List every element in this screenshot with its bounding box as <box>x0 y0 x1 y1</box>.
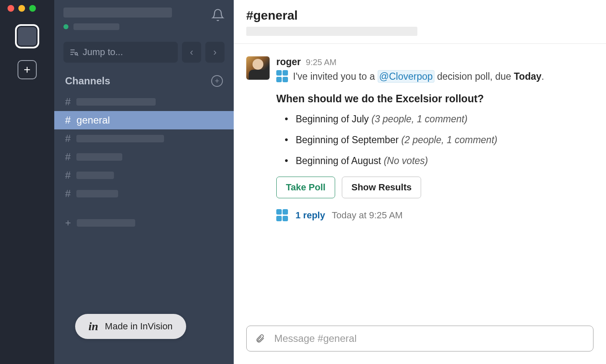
add-dm-row[interactable]: + <box>54 214 234 232</box>
channel-item[interactable]: # <box>54 93 234 111</box>
poll-option-meta: (3 people, 1 comment) <box>371 114 467 124</box>
channels-heading: Channels <box>65 75 110 87</box>
channel-name-placeholder <box>76 190 118 197</box>
close-window-button[interactable] <box>8 5 14 12</box>
workspace-rail: + <box>0 0 54 364</box>
thread-summary[interactable]: 1 reply Today at 9:25 AM <box>276 209 593 222</box>
avatar[interactable] <box>246 56 270 80</box>
poll-option: Beginning of July (3 people, 1 comment) <box>285 113 593 125</box>
channel-item[interactable]: # <box>54 185 234 203</box>
message-composer[interactable]: Message #general <box>246 326 593 351</box>
poll-option-label: Beginning of September <box>295 134 399 145</box>
invision-badge-text: Made in InVision <box>105 321 172 332</box>
jump-to-placeholder: Jump to... <box>83 47 123 58</box>
channel-label: general <box>76 114 110 126</box>
svg-point-3 <box>75 53 78 55</box>
add-workspace-button[interactable]: + <box>18 60 37 79</box>
invision-badge[interactable]: in Made in InVision <box>75 314 186 339</box>
hash-icon: # <box>65 151 71 163</box>
channel-name-placeholder <box>76 98 156 106</box>
message-list: roger 9:25 AM I've invited you to a @Clo… <box>234 44 606 317</box>
maximize-window-button[interactable] <box>29 5 36 12</box>
channel-title: #general <box>246 8 593 23</box>
sidebar: Jump to... ‹ › Channels + # # general # <box>54 0 234 364</box>
composer-placeholder: Message #general <box>274 333 356 344</box>
invision-logo-icon: in <box>88 320 98 333</box>
window-controls <box>8 5 36 12</box>
workspace-name-placeholder <box>63 8 172 18</box>
paperclip-icon[interactable] <box>255 333 265 344</box>
thread-reply-time: Today at 9:25 AM <box>332 210 403 221</box>
minimize-window-button[interactable] <box>18 5 25 12</box>
search-list-icon <box>69 48 78 57</box>
invite-text-mid: decision poll, due <box>437 71 511 82</box>
user-name-placeholder <box>73 23 119 30</box>
add-channel-button[interactable]: + <box>211 75 223 87</box>
channel-name-placeholder <box>76 153 122 161</box>
dm-placeholder <box>77 219 135 227</box>
workspace-icon[interactable] <box>15 24 39 48</box>
poll-option: Beginning of September (2 people, 1 comm… <box>285 134 593 146</box>
jump-to-search[interactable]: Jump to... <box>63 42 178 63</box>
channel-item[interactable]: # <box>54 148 234 166</box>
chevron-left-icon: ‹ <box>190 46 193 58</box>
channel-name-placeholder <box>76 135 164 142</box>
invite-text-prefix: I've invited you to a <box>293 71 375 82</box>
invite-suffix: . <box>541 71 544 82</box>
poll-question: When should we do the Excelsior rollout? <box>276 93 593 105</box>
invite-due: Today <box>514 71 541 82</box>
bell-icon[interactable] <box>211 8 225 23</box>
message-username[interactable]: roger <box>276 56 301 68</box>
plus-icon: + <box>215 77 220 86</box>
plus-icon: + <box>65 217 71 229</box>
main-pane: #general roger 9:25 AM I've invi <box>234 0 606 364</box>
hash-icon: # <box>65 169 71 181</box>
poll-options: Beginning of July (3 people, 1 comment) … <box>276 113 593 167</box>
mention-cloverpop[interactable]: @Cloverpop <box>378 70 434 83</box>
nav-forward-button[interactable]: › <box>205 42 225 63</box>
channel-name-placeholder <box>76 172 114 179</box>
message: roger 9:25 AM I've invited you to a @Clo… <box>246 56 593 222</box>
hash-icon: # <box>65 96 71 108</box>
cloverpop-icon <box>276 70 289 83</box>
plus-icon: + <box>24 63 30 76</box>
poll-option-meta: (2 people, 1 comment) <box>401 134 497 145</box>
poll-option-label: Beginning of August <box>295 155 381 166</box>
presence-indicator <box>63 24 68 29</box>
chevron-right-icon: › <box>213 46 217 58</box>
hash-icon: # <box>65 114 71 126</box>
poll-option-meta: (No votes) <box>384 155 428 166</box>
hash-icon: # <box>65 188 71 200</box>
channel-item[interactable]: # <box>54 129 234 148</box>
app-window: + Jump to... ‹ › <box>0 0 606 364</box>
svg-line-4 <box>77 55 78 56</box>
thread-reply-count[interactable]: 1 reply <box>295 210 325 221</box>
poll-option-label: Beginning of July <box>295 114 369 124</box>
channel-item-general[interactable]: # general <box>54 111 234 129</box>
channel-header: #general <box>234 0 606 44</box>
invite-line: I've invited you to a @Cloverpop decisio… <box>276 70 593 83</box>
cloverpop-icon <box>276 209 289 222</box>
take-poll-button[interactable]: Take Poll <box>276 177 335 198</box>
show-results-button[interactable]: Show Results <box>342 177 421 198</box>
channel-topic-placeholder <box>246 27 417 36</box>
message-timestamp: 9:25 AM <box>306 58 336 67</box>
channel-item[interactable]: # <box>54 166 234 185</box>
nav-back-button[interactable]: ‹ <box>182 42 201 63</box>
poll-option: Beginning of August (No votes) <box>285 155 593 167</box>
hash-icon: # <box>65 133 71 144</box>
